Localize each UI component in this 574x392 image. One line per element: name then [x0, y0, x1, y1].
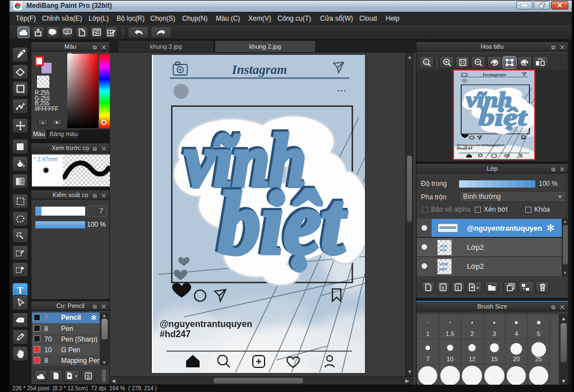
svg-text:1: 1 [457, 285, 460, 291]
svg-text:Instagram: Instagram [482, 72, 507, 77]
svg-text:#hd247: #hd247 [457, 146, 473, 151]
svg-text:1: 1 [425, 60, 427, 64]
svg-text:Instagram: Instagram [232, 63, 287, 77]
svg-text:@nguyentrantuquyen: @nguyentrantuquyen [160, 319, 252, 329]
svg-text:S: S [87, 374, 90, 379]
svg-text:biệt: biệt [479, 104, 527, 131]
svg-text:8: 8 [442, 285, 445, 291]
svg-text:biệt: biệt [219, 174, 347, 272]
svg-text:#hd247: #hd247 [160, 329, 191, 339]
